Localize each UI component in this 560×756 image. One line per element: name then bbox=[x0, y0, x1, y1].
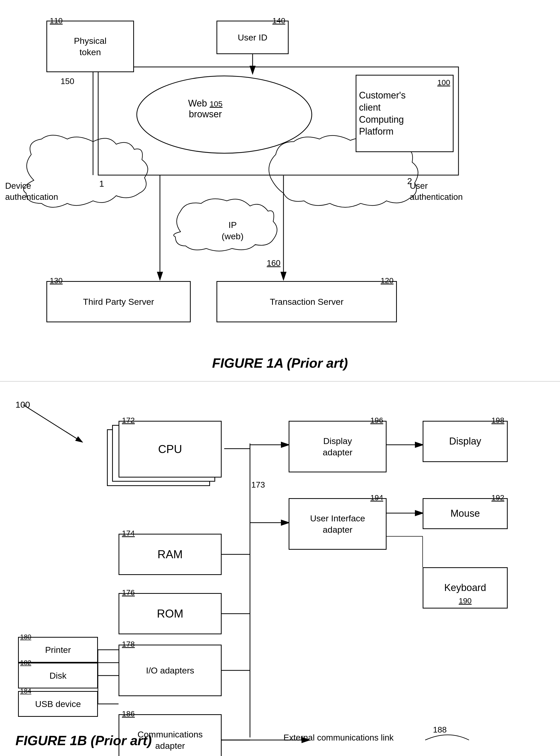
transaction-server-box: 120 Transaction Server bbox=[217, 281, 397, 322]
customer-platform-label: Customer'sclientComputingPlatform bbox=[359, 90, 406, 138]
cpu-box: 172 CPU bbox=[119, 421, 222, 478]
customer-platform-box: 100 Customer'sclientComputingPlatform bbox=[356, 75, 454, 152]
third-party-server-box: 130 Third Party Server bbox=[46, 281, 191, 322]
physical-token-box: 110 Physicaltoken bbox=[46, 21, 134, 72]
user-auth-label: Userauthentication bbox=[410, 180, 463, 203]
third-party-label: Third Party Server bbox=[83, 296, 154, 307]
ref-150-label: 150 bbox=[61, 76, 74, 87]
io-adapters-box: 178 I/O adapters bbox=[119, 645, 222, 696]
rom-label: ROM bbox=[157, 606, 183, 621]
display-label: Display bbox=[449, 435, 481, 448]
usb-box: 184 USB device bbox=[18, 691, 98, 717]
ip-web-label: IP(web) bbox=[222, 219, 243, 242]
mouse-box: 192 Mouse bbox=[423, 498, 508, 529]
ref-130: 130 bbox=[50, 276, 63, 285]
keyboard-label: Keyboard bbox=[444, 581, 486, 594]
ui-adapter-box: 194 User Interfaceadapter bbox=[288, 498, 386, 550]
num1-label: 1 bbox=[99, 178, 104, 189]
disk-label: Disk bbox=[49, 670, 66, 681]
figure-1a-title: FIGURE 1A (Prior art) bbox=[212, 355, 348, 371]
web-browser-label: Web 105browser bbox=[188, 98, 222, 120]
rom-box: 176 ROM bbox=[119, 593, 222, 634]
usb-label: USB device bbox=[35, 698, 81, 710]
cpu-label: CPU bbox=[158, 442, 182, 457]
mouse-label: Mouse bbox=[451, 507, 480, 520]
ref-192: 192 bbox=[492, 493, 504, 502]
ref-172: 172 bbox=[122, 416, 135, 425]
printer-label: Printer bbox=[45, 644, 71, 656]
svg-line-31 bbox=[23, 405, 82, 442]
device-auth-label: Deviceauthentication bbox=[5, 180, 58, 203]
ref-182: 182 bbox=[20, 659, 31, 667]
ref-184: 184 bbox=[20, 687, 31, 695]
transaction-server-label: Transaction Server bbox=[270, 296, 343, 307]
io-label: I/O adapters bbox=[146, 665, 194, 676]
user-id-box: 140 User ID bbox=[217, 21, 288, 54]
disk-box: 182 Disk bbox=[18, 663, 98, 689]
ref-180: 180 bbox=[20, 633, 31, 641]
svg-point-3 bbox=[137, 76, 312, 153]
keyboard-box: 190 Keyboard bbox=[423, 567, 508, 608]
figure-1a: 110 Physicaltoken 140 User ID 100 Custom… bbox=[0, 0, 560, 382]
display-box: 198 Display bbox=[423, 421, 508, 462]
ram-box: 174 RAM bbox=[119, 534, 222, 575]
ref-173-label: 173 bbox=[251, 480, 265, 490]
ref-194: 194 bbox=[370, 493, 383, 502]
ui-adapter-label: User Interfaceadapter bbox=[310, 512, 365, 535]
display-adapter-box: 196 Displayadapter bbox=[288, 421, 386, 472]
ref-186: 186 bbox=[122, 709, 135, 718]
physical-token-label: Physicaltoken bbox=[74, 35, 107, 58]
ref-110: 110 bbox=[50, 16, 63, 25]
ref-120: 120 bbox=[381, 276, 394, 285]
ram-label: RAM bbox=[158, 547, 183, 562]
ref-140: 140 bbox=[273, 16, 285, 25]
ref-196: 196 bbox=[370, 416, 383, 425]
ref-198: 198 bbox=[492, 416, 504, 425]
figure-1b-title: FIGURE 1B (Prior art) bbox=[16, 733, 152, 748]
figure-1b: 100 172 CPU 173 174 RAM 176 bbox=[0, 382, 560, 756]
ref-190: 190 bbox=[459, 596, 472, 605]
ref-160-label: 160 bbox=[267, 258, 280, 269]
display-adapter-label: Displayadapter bbox=[323, 435, 352, 458]
ref-178: 178 bbox=[122, 640, 135, 648]
ref-174: 174 bbox=[122, 529, 135, 538]
ext-comm-label: External communications link bbox=[283, 732, 394, 743]
ref-176: 176 bbox=[122, 588, 135, 597]
ref-100: 100 bbox=[437, 78, 450, 87]
user-id-label: User ID bbox=[238, 32, 267, 43]
